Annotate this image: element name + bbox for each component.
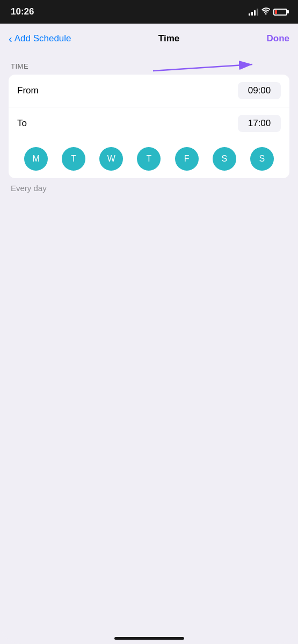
nav-header: ‹ Add Schedule Time Done <box>0 24 298 54</box>
to-label: To <box>17 118 27 129</box>
day-monday[interactable]: M <box>24 147 48 171</box>
back-label: Add Schedule <box>14 33 71 44</box>
time-section: TIME From 09:00 To 17:00 M T W T F S S <box>9 62 289 178</box>
done-button[interactable]: Done <box>266 33 289 44</box>
day-thursday[interactable]: T <box>137 147 161 171</box>
battery-icon <box>273 9 287 16</box>
day-sunday[interactable]: S <box>250 147 274 171</box>
wifi-icon <box>261 8 270 16</box>
day-saturday[interactable]: S <box>213 147 236 171</box>
to-row: To 17:00 <box>9 107 289 140</box>
time-card: From 09:00 To 17:00 M T W T F S S <box>9 75 289 178</box>
status-icons <box>249 8 287 16</box>
every-day-label: Every day <box>11 184 287 193</box>
back-button[interactable]: ‹ Add Schedule <box>9 33 71 45</box>
back-chevron-icon: ‹ <box>9 33 12 45</box>
status-bar: 10:26 <box>0 0 298 24</box>
to-value[interactable]: 17:00 <box>238 115 281 132</box>
from-row: From 09:00 <box>9 75 289 107</box>
status-time: 10:26 <box>11 6 34 17</box>
day-friday[interactable]: F <box>175 147 199 171</box>
section-title: TIME <box>9 62 289 70</box>
main-content: ‹ Add Schedule Time Done TIME From 09:00… <box>0 24 298 644</box>
from-value[interactable]: 09:00 <box>238 82 281 99</box>
day-wednesday[interactable]: W <box>99 147 123 171</box>
day-tuesday[interactable]: T <box>62 147 85 171</box>
from-label: From <box>17 85 39 96</box>
days-row: M T W T F S S <box>9 140 289 178</box>
signal-icon <box>249 8 258 16</box>
home-indicator <box>114 637 184 640</box>
nav-title: Time <box>158 33 179 44</box>
